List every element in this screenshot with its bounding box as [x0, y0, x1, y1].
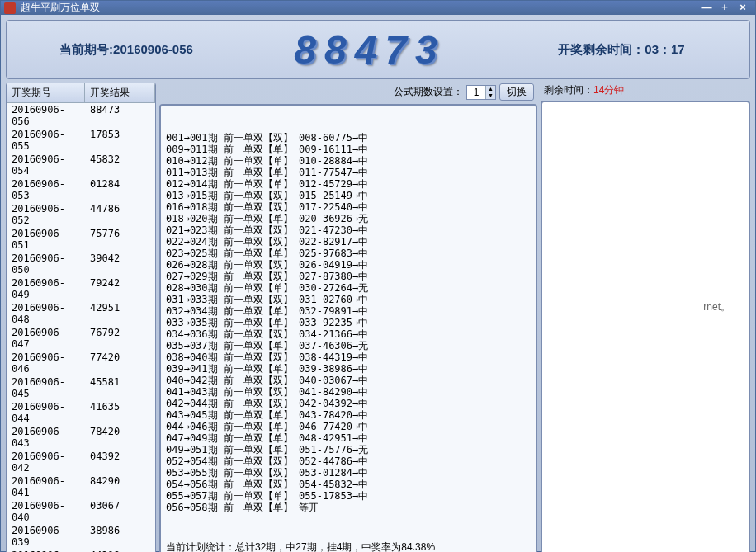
table-row[interactable]: 20160906-04545581 — [7, 375, 155, 400]
table-row[interactable]: 20160906-05517853 — [7, 128, 155, 153]
table-row[interactable]: 20160906-03844319 — [7, 549, 155, 552]
formula-settings-bar: 公式期数设置： ▲ ▼ 切换 — [159, 83, 537, 101]
stats-line-1: 当前计划统计：总计32期，中27期，挂4期，中奖率为84.38% — [166, 541, 531, 552]
results-table: 开奖期号 开奖结果 20160906-0568847320160906-0551… — [6, 83, 156, 552]
table-row[interactable]: 20160906-04979242 — [7, 276, 155, 301]
formula-label: 公式期数设置： — [394, 85, 463, 99]
table-row[interactable]: 20160906-04003067 — [7, 499, 155, 524]
info-hint: rnet。 — [703, 300, 730, 314]
table-row[interactable]: 20160906-05039042 — [7, 252, 155, 276]
table-row[interactable]: 20160906-04378420 — [7, 425, 155, 450]
remain-label: 剩余时间： — [544, 83, 593, 97]
col-period[interactable]: 开奖期号 — [7, 83, 85, 102]
big-number-display: 88473 — [246, 27, 494, 73]
table-row[interactable]: 20160906-03938986 — [7, 524, 155, 549]
window-title: 超牛平刷万位单双 — [21, 1, 100, 15]
minimize-button[interactable]: — — [697, 2, 716, 15]
table-row[interactable]: 20160906-04776792 — [7, 326, 155, 351]
table-row[interactable]: 20160906-04184290 — [7, 474, 155, 499]
close-button[interactable]: × — [734, 2, 752, 15]
content-area: 当前期号:20160906-056 88473 开奖剩余时间：03：17 开奖期… — [1, 15, 755, 552]
remaining-time-bar: 剩余时间： 14分钟 — [541, 83, 750, 98]
table-row[interactable]: 20160906-05175776 — [7, 227, 155, 252]
table-row[interactable]: 20160906-04677420 — [7, 351, 155, 375]
info-box[interactable]: rnet。 — [541, 101, 750, 552]
table-row[interactable]: 20160906-05244786 — [7, 202, 155, 227]
table-row[interactable]: 20160906-05301284 — [7, 177, 155, 202]
formula-input[interactable] — [467, 87, 485, 98]
table-header: 开奖期号 开奖结果 — [7, 83, 155, 103]
titlebar[interactable]: 超牛平刷万位单双 — + × — [1, 1, 755, 15]
app-window: 超牛平刷万位单双 — + × 当前期号:20160906-056 88473 开… — [0, 0, 756, 552]
app-icon — [4, 2, 16, 14]
center-panel: 公式期数设置： ▲ ▼ 切换 001→001期 前一单双【双】 008-6077… — [159, 83, 537, 552]
table-body[interactable]: 20160906-0568847320160906-05517853201609… — [7, 103, 155, 552]
table-row[interactable]: 20160906-04204392 — [7, 450, 155, 474]
countdown: 开奖剩余时间：03：17 — [494, 42, 749, 58]
spin-up-icon[interactable]: ▲ — [485, 86, 495, 92]
current-period: 当前期号:20160906-056 — [7, 42, 246, 58]
formula-spinner[interactable]: ▲ ▼ — [466, 85, 496, 100]
spin-down-icon[interactable]: ▼ — [485, 92, 495, 99]
remain-value: 14分钟 — [593, 83, 624, 97]
table-row[interactable]: 20160906-04842951 — [7, 301, 155, 326]
maximize-button[interactable]: + — [716, 2, 734, 15]
table-row[interactable]: 20160906-04441635 — [7, 400, 155, 425]
header-panel: 当前期号:20160906-056 88473 开奖剩余时间：03：17 — [6, 20, 750, 79]
switch-button[interactable]: 切换 — [499, 83, 534, 101]
col-result[interactable]: 开奖结果 — [85, 83, 155, 102]
formula-output[interactable]: 001→001期 前一单双【双】 008-60775→中 009→011期 前一… — [159, 104, 537, 552]
table-row[interactable]: 20160906-05445832 — [7, 153, 155, 177]
right-panel: 剩余时间： 14分钟 rnet。 — [541, 83, 750, 552]
table-row[interactable]: 20160906-05688473 — [7, 103, 155, 128]
